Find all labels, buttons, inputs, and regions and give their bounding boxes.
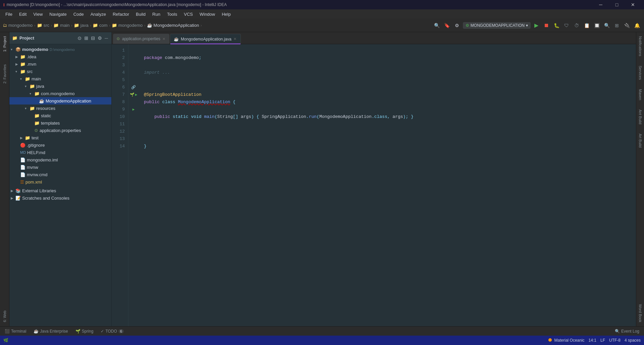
bottom-tab-terminal[interactable]: ⬛ Terminal bbox=[1, 328, 30, 335]
tree-item-test[interactable]: ▶ 📁 test bbox=[9, 134, 111, 141]
tree-item-com-mongodemo[interactable]: ▾ 📁 com.mongodemo bbox=[9, 90, 111, 97]
right-vtab-artbuild[interactable]: Art Build bbox=[637, 131, 643, 150]
bc-java[interactable]: java bbox=[80, 23, 89, 28]
run-config-selector[interactable]: ⚙ MONGODEMOAPPLICATION ▾ bbox=[463, 22, 531, 29]
bottom-tab-spring[interactable]: 🌱 Spring bbox=[72, 328, 97, 335]
bc-app[interactable]: MongodemoApplication bbox=[154, 23, 199, 28]
git-branch-indicator[interactable]: 🌿 bbox=[3, 338, 8, 343]
tree-item-iml[interactable]: 📄 mongodemo.iml bbox=[9, 156, 111, 163]
menu-code[interactable]: Code bbox=[70, 10, 87, 18]
coverage-button[interactable]: 🛡 bbox=[562, 21, 571, 30]
toolbar: 🗂 mongodemo › 📁 src › 📁 main › 📁 java › … bbox=[0, 19, 644, 32]
tree-item-main[interactable]: ▾ 📁 main bbox=[9, 75, 111, 82]
tree-item-HELP[interactable]: MD HELP.md bbox=[9, 149, 111, 156]
grid-btn[interactable]: ⊞ bbox=[612, 21, 621, 30]
run-button[interactable]: ▶ bbox=[532, 21, 541, 30]
cursor-position[interactable]: 14:1 bbox=[589, 338, 596, 343]
menu-help[interactable]: Help bbox=[218, 10, 234, 18]
minimize-button[interactable]: ─ bbox=[593, 0, 608, 9]
tree-item-java[interactable]: ▾ 📁 java bbox=[9, 82, 111, 90]
notifications-btn[interactable]: 🔔 bbox=[633, 21, 641, 30]
menu-file[interactable]: File bbox=[2, 10, 16, 18]
code-editor[interactable]: 1 2 3 4 5 6 7 8 9 10 11 12 13 14 bbox=[112, 44, 636, 326]
bc-com[interactable]: com bbox=[99, 23, 108, 28]
tree-item-scratches[interactable]: ▶ 📝 Scratches and Consoles bbox=[9, 194, 111, 202]
bc-java-icon: 📁 bbox=[74, 23, 79, 28]
vtab-favorites[interactable]: 2: Favorites bbox=[1, 62, 8, 86]
tree-item-mongodemo[interactable]: ▾ 📦 mongodemo D:\mongodemo bbox=[9, 46, 111, 53]
material-theme-indicator[interactable]: Material Oceanic bbox=[548, 338, 584, 343]
menu-navigate[interactable]: Navigate bbox=[46, 10, 70, 18]
expand-all-icon[interactable]: ⊞ bbox=[84, 35, 89, 42]
tab-close-props[interactable]: ✕ bbox=[162, 37, 165, 41]
search-everywhere-btn[interactable]: 🔍 bbox=[433, 21, 441, 30]
plugin-btn[interactable]: 🔌 bbox=[623, 21, 631, 30]
tree-item-src[interactable]: ▾ 📁 src bbox=[9, 68, 111, 75]
code-content[interactable]: package com.mongodemo; import ... @Sprin… bbox=[139, 44, 636, 326]
indent-indicator[interactable]: 4 spaces bbox=[625, 338, 641, 343]
bc-mongodemo[interactable]: mongodemo bbox=[8, 23, 33, 28]
bottom-tab-enterprise[interactable]: ☕ Java Enterprise bbox=[30, 328, 71, 335]
tab-application-properties[interactable]: ⚙ application.properties ✕ bbox=[113, 34, 169, 44]
menu-vcs[interactable]: VCS bbox=[180, 10, 196, 18]
locate-file-icon[interactable]: ⊙ bbox=[77, 35, 82, 42]
tab-close-java[interactable]: ✕ bbox=[233, 37, 236, 41]
run-gutter-main[interactable]: ▶ bbox=[132, 108, 135, 112]
editor-tabs: ⚙ application.properties ✕ ☕ MongodemoAp… bbox=[112, 32, 636, 44]
vtab-project[interactable]: 1: Project bbox=[1, 33, 8, 54]
tree-item-templates[interactable]: 📁 templates bbox=[9, 119, 111, 127]
tree-item-mvnw[interactable]: 📄 mvnw bbox=[9, 163, 111, 171]
menu-edit[interactable]: Edit bbox=[16, 10, 30, 18]
search-btn2[interactable]: 🔍 bbox=[602, 21, 611, 30]
tree-item-app-props[interactable]: ⚙ application.properties bbox=[9, 127, 111, 134]
buildlog-button[interactable]: 📋 bbox=[582, 21, 591, 30]
run-gutter-btn[interactable]: ▶ bbox=[135, 91, 138, 98]
bc-main[interactable]: main bbox=[60, 23, 69, 28]
tree-item-mvnw-cmd[interactable]: 📄 mvnw.cmd bbox=[9, 171, 111, 178]
menu-run[interactable]: Run bbox=[149, 10, 164, 18]
gear-icon[interactable]: ⚙ bbox=[97, 35, 103, 42]
tab-label-props: application.properties bbox=[122, 37, 160, 41]
tree-item-resources[interactable]: ▾ 📁 resources bbox=[9, 105, 111, 112]
debug-button[interactable]: 🐛 bbox=[552, 21, 561, 30]
right-vtab-antbuild[interactable]: Ant Build bbox=[637, 107, 643, 127]
line-separator[interactable]: LF bbox=[600, 338, 605, 343]
bc-sep7: › bbox=[200, 23, 202, 28]
tree-item-pom[interactable]: ☰ pom.xml bbox=[9, 178, 111, 186]
tree-item-MongodemoApplication[interactable]: ☕ MongodemoApplication bbox=[9, 97, 111, 105]
terminal-button[interactable]: 🔲 bbox=[592, 21, 601, 30]
settings-btn[interactable]: ⚙ bbox=[453, 21, 462, 30]
stop-button[interactable]: ⏹ bbox=[542, 21, 551, 30]
menu-view[interactable]: View bbox=[30, 10, 46, 18]
tree-item-gitignore[interactable]: 🔴 .gitignore bbox=[9, 141, 111, 149]
file-encoding[interactable]: UTF-8 bbox=[609, 338, 621, 343]
tree-item-idea[interactable]: ▶ 📁 .idea bbox=[9, 53, 111, 60]
bottom-tab-todo[interactable]: ✓ TODO 6 bbox=[97, 328, 127, 335]
collapse-all-icon[interactable]: ⊟ bbox=[90, 35, 96, 42]
close-button[interactable]: ✕ bbox=[625, 0, 641, 9]
tree-item-static[interactable]: 📁 static bbox=[9, 112, 111, 119]
tab-MongodemoApplication[interactable]: ☕ MongodemoApplication.java ✕ bbox=[170, 34, 241, 44]
menu-tools[interactable]: Tools bbox=[164, 10, 180, 18]
right-vtab-maven[interactable]: Maven bbox=[637, 86, 643, 103]
hide-panel-icon[interactable]: ─ bbox=[104, 35, 109, 42]
bc-mongodemo2[interactable]: mongodemo bbox=[118, 23, 143, 28]
right-vtab-services[interactable]: Services bbox=[637, 63, 643, 82]
menu-refactor[interactable]: Refactor bbox=[109, 10, 132, 18]
menu-analyze[interactable]: Analyze bbox=[87, 10, 109, 18]
bc-sep2: › bbox=[51, 23, 52, 28]
event-log-btn[interactable]: 🔍 Event Log bbox=[611, 328, 643, 335]
menu-window[interactable]: Window bbox=[196, 10, 218, 18]
todo-icon: ✓ bbox=[101, 329, 104, 334]
maximize-button[interactable]: □ bbox=[609, 0, 625, 9]
vtab-web[interactable]: 6: Web bbox=[1, 308, 8, 325]
right-vtab-notifications[interactable]: Notifications bbox=[637, 33, 643, 59]
bookmark-btn[interactable]: 🔖 bbox=[443, 21, 451, 30]
status-bar: 🌿 Material Oceanic 14:1 LF UTF-8 4 space… bbox=[0, 336, 644, 345]
tree-item-mvn[interactable]: ▶ 📁 .mvn bbox=[9, 60, 111, 68]
bc-src[interactable]: src bbox=[44, 23, 49, 28]
menu-build[interactable]: Build bbox=[132, 10, 149, 18]
profile-button[interactable]: ⏱ bbox=[572, 21, 581, 30]
tree-item-ext-libs[interactable]: ▶ 📚 External Libraries bbox=[9, 187, 111, 194]
right-vtab-wordbook[interactable]: Word Book bbox=[637, 301, 643, 325]
